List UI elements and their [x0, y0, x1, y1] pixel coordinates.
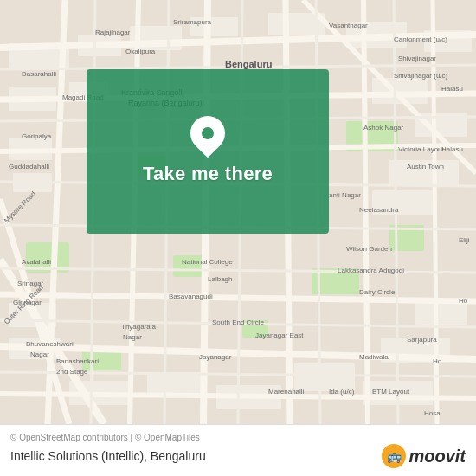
svg-text:Rajajinagar: Rajajinagar: [95, 29, 131, 36]
bottom-bar: © OpenStreetMap contributors | © OpenMap…: [0, 424, 476, 476]
svg-text:Ashok Nagar: Ashok Nagar: [363, 124, 404, 132]
svg-text:Shivajinagar: Shivajinagar: [398, 55, 436, 62]
svg-text:Banashankari: Banashankari: [56, 357, 99, 365]
svg-text:Halasu: Halasu: [441, 85, 463, 93]
svg-text:Madiwala: Madiwala: [359, 353, 389, 361]
svg-text:Ho: Ho: [459, 297, 468, 305]
svg-text:Goripalya: Goripalya: [22, 132, 52, 140]
svg-text:2nd Stage: 2nd Stage: [56, 368, 88, 376]
svg-text:Jayanagar East: Jayanagar East: [255, 331, 304, 339]
svg-text:Shivajinagar (u/c): Shivajinagar (u/c): [394, 72, 448, 80]
svg-text:Eliji: Eliji: [459, 236, 470, 244]
svg-text:Hosa: Hosa: [424, 409, 441, 417]
svg-text:anti Nagar: anti Nagar: [329, 191, 361, 199]
place-name: Intellic Solutions (Intellic), Bengaluru: [10, 449, 206, 463]
svg-text:Ho: Ho: [433, 357, 442, 365]
svg-text:Nagar: Nagar: [123, 333, 142, 341]
svg-text:Basavanagudi: Basavanagudi: [169, 293, 213, 300]
place-info: Intellic Solutions (Intellic), Bengaluru…: [10, 444, 466, 468]
moovit-brand-text: moovit: [408, 447, 466, 466]
moovit-logo: 🚌 moovit: [382, 444, 466, 468]
svg-text:Dairy Circle: Dairy Circle: [359, 288, 396, 296]
svg-text:Nagar: Nagar: [30, 351, 49, 358]
svg-text:Thyagaraja: Thyagaraja: [121, 323, 157, 331]
moovit-icon: 🚌: [382, 444, 406, 468]
svg-text:Avalahalli: Avalahalli: [22, 258, 51, 266]
svg-text:Lakkasandra Adugodi: Lakkasandra Adugodi: [338, 267, 404, 274]
location-pin-icon: [189, 114, 227, 152]
svg-text:Marenahalli: Marenahalli: [268, 388, 305, 396]
svg-text:Bhuvaneshwari: Bhuvaneshwari: [26, 340, 74, 348]
svg-text:Vasantnagar: Vasantnagar: [329, 22, 368, 29]
take-me-there-button[interactable]: Take me there: [136, 159, 280, 189]
svg-text:Sarjapura: Sarjapura: [407, 336, 437, 344]
svg-text:South End Circle: South End Circle: [212, 318, 265, 326]
svg-rect-29: [147, 372, 203, 394]
svg-text:Guddadahalli: Guddadahalli: [9, 163, 49, 170]
svg-text:Cantonment (u/c): Cantonment (u/c): [394, 35, 447, 43]
svg-text:Wilson Garden: Wilson Garden: [346, 245, 392, 253]
svg-text:Austin Town: Austin Town: [407, 163, 444, 170]
svg-rect-24: [415, 303, 467, 325]
svg-text:Ida (u/c): Ida (u/c): [329, 388, 355, 396]
svg-text:Victoria Layout: Victoria Layout: [398, 145, 445, 153]
map-highlight-overlay: Take me there: [87, 69, 329, 234]
svg-text:Okalipura: Okalipura: [125, 48, 156, 55]
svg-text:National College: National College: [182, 258, 233, 266]
svg-text:Halasu: Halasu: [441, 145, 463, 153]
map-attribution: © OpenStreetMap contributors | © OpenMap…: [10, 433, 466, 442]
svg-text:Neelasandra: Neelasandra: [359, 206, 399, 214]
svg-text:Lalbagh: Lalbagh: [208, 275, 232, 283]
svg-text:Bengaluru: Bengaluru: [225, 59, 272, 69]
svg-text:BTM Layout: BTM Layout: [372, 388, 410, 396]
svg-text:Sriramapura: Sriramapura: [173, 18, 212, 26]
map-container: Bengaluru Vasantnagar Cantonment (u/c) S…: [0, 0, 476, 424]
svg-text:Jayanagar: Jayanagar: [199, 353, 232, 361]
svg-text:Dasarahalli: Dasarahalli: [22, 70, 56, 78]
